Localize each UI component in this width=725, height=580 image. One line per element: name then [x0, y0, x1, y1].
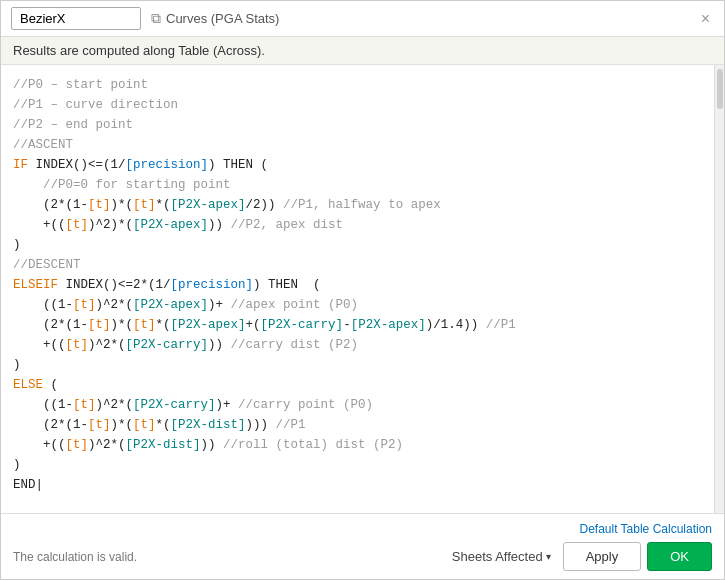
ok-button[interactable]: OK: [647, 542, 712, 571]
close-button[interactable]: ×: [697, 9, 714, 29]
default-table-calc-link[interactable]: Default Table Calculation: [579, 522, 712, 536]
sheets-affected-button[interactable]: Sheets Affected ▾: [446, 545, 557, 568]
curves-tab-label: Curves (PGA Stats): [166, 11, 279, 26]
code-line: +(([t])^2*([P2X-carry])) //carry dist (P…: [13, 335, 712, 355]
scrollbar[interactable]: [714, 65, 724, 513]
code-editor[interactable]: //P0 – start point//P1 – curve direction…: [1, 65, 724, 513]
code-line: ELSEIF INDEX()<=2*(1/[precision]) THEN (: [13, 275, 712, 295]
code-line: //P0 – start point: [13, 75, 712, 95]
apply-button[interactable]: Apply: [563, 542, 642, 571]
curves-icon: ⧉: [151, 10, 161, 27]
code-line: (2*(1-[t])*([t]*([P2X-apex]+([P2X-carry]…: [13, 315, 712, 335]
valid-message: The calculation is valid.: [13, 550, 137, 564]
dialog-header: ⧉ Curves (PGA Stats) ×: [1, 1, 724, 37]
code-line: ): [13, 355, 712, 375]
code-line: END|: [13, 475, 712, 495]
code-line: //DESCENT: [13, 255, 712, 275]
footer-bottom: The calculation is valid. Sheets Affecte…: [13, 542, 712, 571]
scroll-thumb: [717, 69, 723, 109]
code-line: (2*(1-[t])*([t]*([P2X-dist]))) //P1: [13, 415, 712, 435]
sheets-affected-label: Sheets Affected: [452, 549, 543, 564]
calculation-dialog: ⧉ Curves (PGA Stats) × Results are compu…: [0, 0, 725, 580]
code-line: ): [13, 235, 712, 255]
code-line: (2*(1-[t])*([t]*([P2X-apex]/2)) //P1, ha…: [13, 195, 712, 215]
code-line: //P1 – curve direction: [13, 95, 712, 115]
info-text: Results are computed along Table (Across…: [13, 43, 265, 58]
code-line: +(([t])^2*([P2X-dist])) //roll (total) d…: [13, 435, 712, 455]
dialog-footer: Default Table Calculation The calculatio…: [1, 513, 724, 579]
code-line: //ASCENT: [13, 135, 712, 155]
code-line: ELSE (: [13, 375, 712, 395]
code-line: //P2 – end point: [13, 115, 712, 135]
chevron-down-icon: ▾: [546, 551, 551, 562]
footer-top: Default Table Calculation: [13, 522, 712, 536]
code-line: +(([t])^2)*([P2X-apex])) //P2, apex dist: [13, 215, 712, 235]
code-line: ): [13, 455, 712, 475]
code-line: IF INDEX()<=(1/[precision]) THEN (: [13, 155, 712, 175]
footer-actions: Sheets Affected ▾ Apply OK: [446, 542, 712, 571]
info-bar: Results are computed along Table (Across…: [1, 37, 724, 65]
curves-tab[interactable]: ⧉ Curves (PGA Stats): [151, 10, 279, 27]
calculation-name-input[interactable]: [11, 7, 141, 30]
code-line: ((1-[t])^2*([P2X-carry])+ //carry point …: [13, 395, 712, 415]
code-line: //P0=0 for starting point: [13, 175, 712, 195]
code-line: ((1-[t])^2*([P2X-apex])+ //apex point (P…: [13, 295, 712, 315]
